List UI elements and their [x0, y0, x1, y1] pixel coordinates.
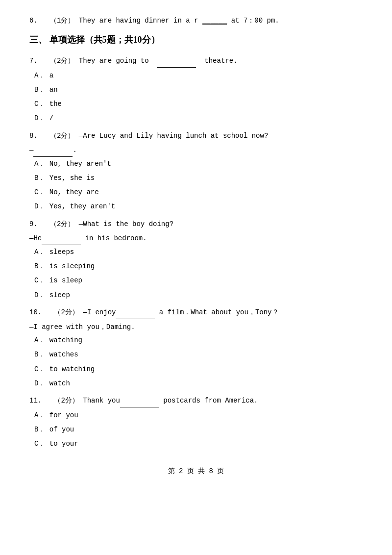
q10-opt-c-text: to watching [49, 365, 95, 373]
q10-opt-b-text: watches [49, 351, 78, 358]
q11-opt-c-label: C． [34, 440, 45, 448]
question-11: 11. （2分） Thank you postcards from Americ… [29, 395, 363, 451]
q8-opt-a-label: A． [34, 160, 45, 168]
q11-opt-c-text: to your [49, 440, 78, 448]
q8-opt-a-text: No, they aren't [49, 160, 111, 168]
footer-text: 第 2 页 共 8 页 [168, 467, 224, 475]
question-7: 7. （2分） They are going to theatre. A． a … [29, 55, 363, 125]
page-footer: 第 2 页 共 8 页 [29, 465, 363, 478]
q10-option-c: C． to watching [34, 363, 363, 376]
q9-option-b: B． is sleeping [34, 260, 363, 273]
q7-number: 7. [29, 57, 38, 65]
q8-opt-c-label: C． [34, 188, 45, 196]
q7-opt-b-text: an [49, 86, 58, 94]
q8-opt-c-text: No, they are [49, 188, 99, 196]
q9-opt-c-text: is sleep [49, 277, 82, 284]
q6-text: They are having dinner in a r [79, 17, 198, 25]
q10-opt-a-text: watching [49, 336, 82, 344]
section-3-title: 三、 单项选择（共5题；共10分） [29, 32, 363, 48]
q9-dash-prefix: —He [29, 234, 42, 242]
q10-opt-a-label: A． [34, 336, 45, 344]
q8-opt-b-label: B． [34, 174, 45, 182]
q7-text2: theatre. [204, 57, 237, 65]
q9-option-d: D． sleep [34, 289, 363, 302]
q8-option-b: B． Yes, she is [34, 172, 363, 184]
q7-option-d: D． / [34, 112, 363, 125]
q6-text2: at 7：00 pm. [231, 17, 279, 25]
q6-number: 6. [29, 17, 38, 25]
q11-number: 11. [29, 397, 42, 404]
q8-opt-d-label: D． [34, 202, 45, 210]
q9-opt-a-label: A． [34, 248, 45, 256]
q9-option-a: A． sleeps [34, 246, 363, 258]
q8-dash: — [29, 146, 33, 154]
q7-opt-c-label: C． [34, 100, 45, 108]
q7-text: They are going to [79, 57, 149, 65]
q11-option-b: B． of you [34, 424, 363, 436]
q11-text-prefix: Thank you [83, 397, 120, 404]
q11-points: （2分） [54, 397, 78, 404]
q8-opt-d-text: Yes, they aren't [49, 202, 115, 210]
q9-blank [42, 232, 81, 245]
q11-option-a: A． for you [34, 409, 363, 422]
q9-number: 9. [29, 220, 38, 228]
q8-dialogue1: —Are Lucy and Lily having lunch at schoo… [79, 132, 268, 140]
q7-points: （2分） [50, 57, 74, 65]
q9-opt-d-text: sleep [49, 291, 70, 299]
q9-option-c: C． is sleep [34, 275, 363, 287]
q10-opt-d-text: watch [49, 379, 70, 387]
q11-opt-b-text: of you [49, 426, 74, 433]
q9-opt-a-text: sleeps [49, 248, 74, 256]
q10-d1-prefix: —I enjoy [83, 308, 116, 316]
q10-d1-suffix: a film．What about you，Tony？ [155, 308, 278, 316]
q7-opt-d-label: D． [34, 114, 45, 122]
q8-opt-b-text: Yes, she is [49, 174, 95, 182]
q6-blank: ______ [202, 17, 227, 25]
q8-blank [33, 144, 73, 157]
q9-dialogue1: —What is the boy doing? [79, 220, 173, 228]
q8-points: （2分） [50, 132, 74, 140]
q7-opt-a-label: A． [34, 72, 45, 79]
question-9: 9. （2分） —What is the boy doing? —He in h… [29, 218, 363, 302]
q10-option-b: B． watches [34, 349, 363, 361]
q11-option-c: C． to your [34, 438, 363, 450]
q10-dialogue2: —I agree with you，Daming. [29, 323, 135, 331]
q7-opt-d-text: / [49, 114, 53, 122]
q8-option-d: D． Yes, they aren't [34, 201, 363, 213]
q9-opt-b-text: is sleeping [49, 262, 95, 270]
q7-option-a: A． a [34, 70, 363, 82]
q10-opt-b-label: B． [34, 351, 45, 358]
q7-option-b: B． an [34, 84, 363, 96]
q11-opt-a-text: for you [49, 411, 78, 419]
q9-points: （2分） [50, 220, 74, 228]
q11-opt-b-label: B． [34, 426, 45, 433]
q8-punct: . [73, 146, 76, 154]
q8-option-a: A． No, they aren't [34, 158, 363, 170]
q11-text-suffix: postcards from America. [159, 397, 258, 404]
q10-option-d: D． watch [34, 378, 363, 390]
question-8: 8. （2分） —Are Lucy and Lily having lunch … [29, 130, 363, 213]
q9-opt-b-label: B． [34, 262, 45, 270]
q7-blank [157, 55, 196, 68]
q10-points: （2分） [54, 308, 78, 316]
q7-opt-c-text: the [49, 100, 62, 108]
q11-blank [120, 395, 159, 407]
q10-opt-c-label: C． [34, 365, 45, 373]
q7-opt-a-text: a [49, 72, 53, 79]
q7-option-c: C． the [34, 98, 363, 110]
q11-opt-a-label: A． [34, 411, 45, 419]
q10-number: 10. [29, 308, 42, 316]
q9-suffix: in his bedroom. [81, 234, 147, 242]
q9-opt-d-label: D． [34, 291, 45, 299]
q8-option-c: C． No, they are [34, 186, 363, 199]
q10-option-a: A． watching [34, 334, 363, 347]
q9-opt-c-label: C． [34, 277, 45, 284]
question-10: 10. （2分） —I enjoy a film．What about you，… [29, 306, 363, 390]
question-6: 6. （1分） They are having dinner in a r __… [29, 15, 363, 27]
q6-points: （1分） [50, 17, 74, 25]
q10-blank1 [116, 306, 155, 319]
q10-opt-d-label: D． [34, 379, 45, 387]
q7-opt-b-label: B． [34, 86, 45, 94]
q8-number: 8. [29, 132, 38, 140]
